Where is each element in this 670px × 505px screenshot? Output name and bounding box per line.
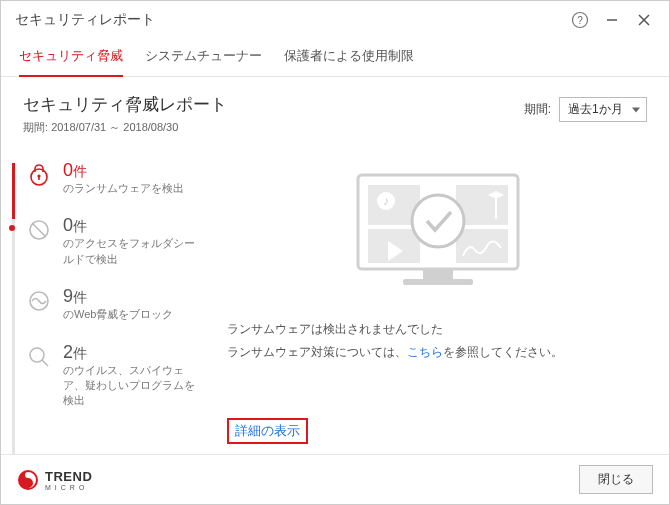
report-title: セキュリティ脅威レポート	[23, 93, 227, 116]
monitor-illustration: ♪	[323, 161, 553, 301]
svg-rect-15	[403, 279, 473, 285]
svg-text:♪: ♪	[383, 194, 389, 208]
info-link[interactable]: こちら	[407, 345, 443, 359]
close-icon[interactable]	[633, 9, 655, 31]
stat-count: 9件	[63, 287, 173, 305]
trend-swirl-icon	[17, 469, 39, 491]
content: 0件 のランサムウェアを検出 0件 のアクセスをフォルダシールドで検出	[1, 143, 669, 454]
show-details-link[interactable]: 詳細の表示	[227, 418, 308, 444]
subheader: セキュリティ脅威レポート 期間: 2018/07/31 ～ 2018/08/30…	[1, 77, 669, 143]
svg-line-12	[42, 360, 48, 366]
lock-icon	[25, 161, 53, 189]
tab-parental-control[interactable]: 保護者による使用制限	[284, 47, 414, 76]
stat-folder-shield[interactable]: 0件 のアクセスをフォルダシールドで検出	[17, 206, 211, 277]
brand-sub: MICRO	[45, 484, 92, 491]
footer: TREND MICRO 閉じる	[1, 454, 669, 504]
svg-point-11	[30, 348, 44, 362]
window-title: セキュリティレポート	[15, 11, 155, 29]
search-icon	[25, 343, 53, 371]
stat-ransomware[interactable]: 0件 のランサムウェアを検出	[17, 151, 211, 206]
wave-icon	[25, 287, 53, 315]
stat-desc: のウイルス、スパイウェア、疑わしいプログラムを検出	[63, 363, 203, 409]
svg-rect-7	[38, 176, 40, 180]
block-icon	[25, 216, 53, 244]
stat-virus-spyware[interactable]: 2件 のウイルス、スパイウェア、疑わしいプログラムを検出	[17, 333, 211, 419]
stat-desc: のアクセスをフォルダシールドで検出	[63, 236, 203, 267]
close-button[interactable]: 閉じる	[579, 465, 653, 494]
svg-line-9	[33, 224, 46, 237]
svg-point-24	[412, 195, 464, 247]
stat-desc: のWeb脅威をブロック	[63, 307, 173, 322]
progress-dot	[9, 225, 15, 231]
info-message: ランサムウェア対策については、こちらを参照してください。	[227, 344, 649, 361]
side-stats: 0件 のランサムウェアを検出 0件 のアクセスをフォルダシールドで検出	[1, 151, 211, 454]
help-icon[interactable]: ?	[569, 9, 591, 31]
main-panel: ♪ ランサムウェアは検出されませんでした ランサムウェア対策については、こちらを…	[211, 151, 669, 454]
stat-count: 2件	[63, 343, 203, 361]
titlebar: セキュリティレポート ?	[1, 1, 669, 39]
brand-logo: TREND MICRO	[17, 469, 92, 491]
svg-rect-14	[423, 269, 453, 279]
stat-web-threat[interactable]: 9件 のWeb脅威をブロック	[17, 277, 211, 332]
window: セキュリティレポート ? セキュリティ脅威 システムチューナー 保護者による使用…	[0, 0, 670, 505]
brand-name: TREND	[45, 469, 92, 484]
period-dropdown-label: 期間:	[524, 101, 551, 118]
stat-count: 0件	[63, 161, 184, 179]
tab-system-tuner[interactable]: システムチューナー	[145, 47, 262, 76]
tabs: セキュリティ脅威 システムチューナー 保護者による使用制限	[1, 39, 669, 77]
svg-text:?: ?	[577, 15, 583, 26]
stat-count: 0件	[63, 216, 203, 234]
status-message: ランサムウェアは検出されませんでした	[227, 321, 649, 338]
period-line: 期間: 2018/07/31 ～ 2018/08/30	[23, 120, 227, 135]
progress-bar	[12, 163, 15, 454]
minimize-icon[interactable]	[601, 9, 623, 31]
period-dropdown[interactable]: 過去1か月	[559, 97, 647, 122]
stat-desc: のランサムウェアを検出	[63, 181, 184, 196]
tab-security-threat[interactable]: セキュリティ脅威	[19, 47, 123, 77]
